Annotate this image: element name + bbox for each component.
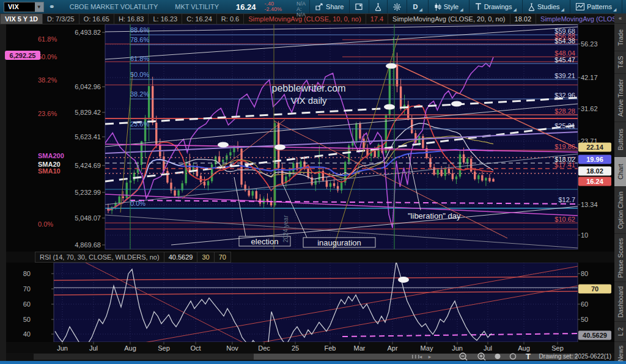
drawings-button[interactable]: Drawings ◢: [469, 0, 522, 13]
annotation-election[interactable]: election: [251, 237, 279, 246]
bid-ask-block: B: N/A A: N/A: [293, 0, 309, 18]
fib-label: 61.8%: [130, 55, 149, 62]
sma-study-cell[interactable]: 18.02: [510, 13, 537, 24]
annotation-inauguration[interactable]: inauguration: [317, 238, 361, 247]
rsi-pane[interactable]: [54, 263, 578, 342]
sma-study-cell[interactable]: 17.4: [366, 13, 388, 24]
chevron-down-icon: ◢: [419, 7, 422, 12]
sidebar-collapse-icon[interactable]: «: [614, 13, 626, 23]
ohlc-cells: D: 7/3/25O: 16.65H: 16.83L: 16.23C: 16.2…: [43, 13, 244, 24]
time-axis-month: Jun: [57, 344, 68, 352]
pan-left-button[interactable]: ◂: [419, 354, 422, 360]
sidebar-tab-chart[interactable]: Chart: [614, 156, 626, 186]
chart-title[interactable]: VIX 5 Y 1D: [0, 13, 43, 24]
price-pane[interactable]: [105, 24, 578, 249]
rsi-right-axis-label: 50: [581, 316, 588, 323]
ohlc-cell: C: 16.24: [182, 13, 217, 24]
fib-label: 50.0%: [130, 71, 149, 78]
time-axis-month: Aug: [124, 344, 136, 352]
drawing-set-label[interactable]: Drawing set: 2025-0622(1): [539, 353, 611, 360]
rsi-left-axis-label: 40: [23, 330, 31, 338]
ask-value: A: N/A: [296, 7, 306, 18]
change-block: -.40 -2.40%: [261, 1, 286, 12]
price-level-label: $12.7: [558, 196, 575, 203]
sidebar-tab-l-2[interactable]: L 2: [614, 321, 626, 341]
time-axis-month: Jul: [484, 344, 492, 352]
right-axis-label: 13.34: [581, 201, 598, 208]
left-axis-label: 6,493.82: [75, 29, 101, 36]
price-level-label: $39.21: [554, 72, 575, 79]
sidebar-tab-dashboard[interactable]: Dashboard: [614, 282, 626, 321]
fib-label: 0.0%: [130, 200, 145, 207]
right-axis-bubble-value: 18.02: [586, 167, 603, 175]
ellipse-marker[interactable]: [274, 145, 285, 150]
chart-menu-button[interactable]: ◢: [622, 0, 626, 13]
fib-label: 23.6%: [38, 110, 57, 117]
ellipse-marker[interactable]: [384, 104, 395, 110]
price-level-label: $19.86: [554, 143, 575, 150]
watermark-site: pebblewriter.com: [272, 83, 346, 93]
left-axis-label: 4,869.68: [75, 241, 101, 249]
rsi-axis-bubble-value: 40.5629: [583, 332, 607, 339]
pattern-chart-icon: [576, 3, 584, 10]
fib-label: 38.2%: [130, 90, 149, 98]
ohlc-cell: L: 16.23: [149, 13, 182, 24]
chevron-down-icon: ◢: [460, 7, 463, 12]
sidebar-tab-phase-scores[interactable]: Phase Scores: [614, 233, 626, 282]
studies-button[interactable]: Studies ◢: [522, 0, 570, 13]
sidebar-tabs: TradeT&SActive TraderButtonsChartOption …: [614, 23, 626, 364]
left-axis-label: 5,048.07: [75, 214, 101, 222]
sma-study-cell[interactable]: SimpleMovingAvg (CLOSE, 20, 0, no): [388, 13, 510, 24]
main-chart-canvas[interactable]: pebblewriter.comVIX dailyelectioninaugur…: [0, 0, 626, 364]
left-axis-label: 5,829.42: [75, 109, 101, 116]
fib-label: 23.6%: [130, 120, 149, 128]
toolbar-right-group: Share: [309, 0, 626, 13]
style-button[interactable]: Style ◢: [428, 0, 469, 13]
rsi-overbought-param: 70: [215, 252, 231, 263]
sidebar-tab-trade[interactable]: Trade: [614, 23, 626, 51]
pan-tool-button[interactable]: [495, 354, 501, 359]
timeframe-button[interactable]: D ◢: [407, 0, 427, 13]
rsi-header-row: RSI (14, 70, 30, CLOSE, WILDERS, no) 40.…: [6, 252, 614, 263]
settings-button[interactable]: [387, 0, 407, 13]
annotation-liberation-day[interactable]: "liberation" day: [408, 211, 461, 220]
symbol-dropdown-icon[interactable]: ▼: [35, 2, 43, 12]
sidebar-tab-active-trader[interactable]: Active Trader: [614, 73, 626, 122]
time-axis-month: Nov: [226, 344, 238, 352]
ohlc-cell: D: 7/3/25: [43, 13, 79, 24]
ohlc-cell: H: 16.83: [114, 13, 149, 24]
quick-study-button[interactable]: [369, 0, 387, 13]
chevron-down-icon: ◢: [514, 7, 517, 12]
notes-button[interactable]: [349, 0, 369, 13]
share-label: Share: [326, 3, 344, 10]
sma-study-cell[interactable]: SimpleMovingAvg (CLOSE, 50,...: [536, 13, 626, 24]
rsi-current-value: 40.5629: [164, 252, 198, 263]
patterns-button[interactable]: Patterns ◢: [570, 0, 622, 13]
label-sma200: SMA200: [38, 152, 64, 159]
studies-label: Studies: [537, 3, 560, 10]
sidebar-tab-option-chain[interactable]: Option Chain: [614, 186, 626, 233]
rsi-ellipse-marker[interactable]: [398, 277, 409, 283]
sidebar-tab-news[interactable]: News: [614, 341, 626, 364]
share-button[interactable]: Share: [309, 0, 349, 13]
fib-label: 0.0%: [38, 220, 53, 228]
text-tool-icon: [475, 3, 482, 10]
ohlc-cell: R: 0.6: [217, 13, 244, 24]
rsi-right-axis-label: 80: [581, 270, 588, 277]
right-axis-bubble-value: 19.96: [586, 156, 603, 163]
sidebar-tab-t-s[interactable]: T&S: [614, 51, 626, 73]
drawings-label: Drawings: [484, 3, 512, 10]
dot-marker: [230, 164, 233, 167]
rsi-study-label[interactable]: RSI (14, 70, 30, CLOSE, WILDERS, no): [35, 252, 164, 263]
pan-right-button[interactable]: ▸: [429, 354, 432, 360]
ellipse-marker[interactable]: [451, 101, 462, 107]
right-axis-bubble-value: 22.14: [586, 144, 603, 151]
time-axis-month: Sep: [551, 344, 564, 352]
text-tool-button[interactable]: T: [526, 352, 531, 361]
symbol-input[interactable]: VIX ▼: [4, 2, 44, 12]
ellipse-marker[interactable]: [218, 142, 229, 148]
symbol-value: VIX: [4, 3, 35, 10]
sidebar-tab-buttons[interactable]: Buttons: [614, 122, 626, 156]
ellipse-marker[interactable]: [386, 64, 397, 69]
link-chain-icon[interactable]: ⚭: [49, 2, 55, 11]
